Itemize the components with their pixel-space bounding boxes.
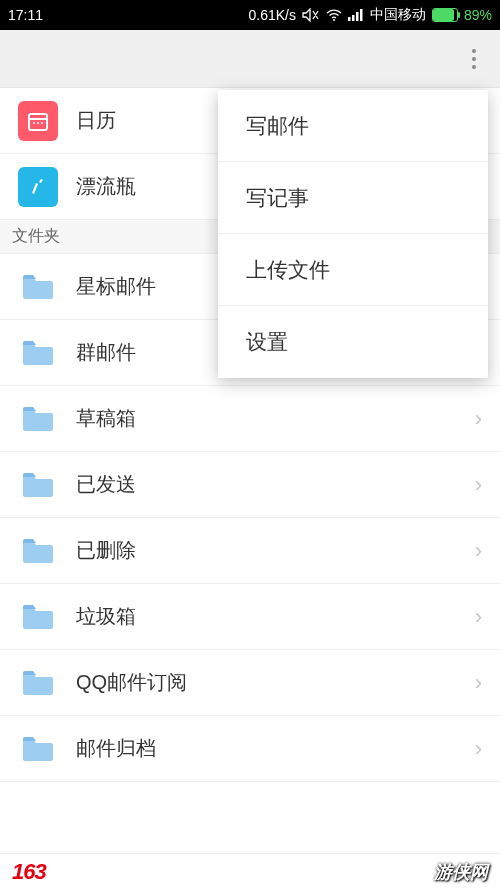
bottom-bar: 163 游侠网 — [0, 853, 500, 889]
svg-rect-3 — [356, 12, 359, 21]
watermark: 游侠网 — [434, 860, 488, 884]
app-header — [0, 30, 500, 88]
menu-upload[interactable]: 上传文件 — [218, 234, 488, 306]
folder-item[interactable]: 已发送› — [0, 452, 500, 518]
folder-icon — [18, 333, 58, 373]
chevron-right-icon: › — [475, 604, 482, 630]
battery-icon — [432, 8, 458, 22]
folder-item[interactable]: 垃圾箱› — [0, 584, 500, 650]
menu-note-label: 写记事 — [246, 184, 309, 212]
folder-item[interactable]: 已删除› — [0, 518, 500, 584]
folder-label: QQ邮件订阅 — [76, 669, 475, 696]
svg-point-0 — [333, 19, 335, 21]
chevron-right-icon: › — [475, 406, 482, 432]
menu-note[interactable]: 写记事 — [218, 162, 488, 234]
status-carrier: 中国移动 — [370, 6, 426, 24]
svg-point-8 — [37, 122, 39, 124]
chevron-right-icon: › — [475, 670, 482, 696]
brand-logo: 163 — [12, 859, 46, 885]
menu-compose-label: 写邮件 — [246, 112, 309, 140]
folder-label: 邮件归档 — [76, 735, 475, 762]
folder-icon — [18, 597, 58, 637]
svg-point-7 — [33, 122, 35, 124]
folder-icon — [18, 663, 58, 703]
folder-icon — [18, 465, 58, 505]
folder-label: 垃圾箱 — [76, 603, 475, 630]
bottle-icon — [18, 167, 58, 207]
status-time: 17:11 — [8, 7, 43, 23]
status-bar: 17:11 0.61K/s 中国移动 89% — [0, 0, 500, 30]
menu-upload-label: 上传文件 — [246, 256, 330, 284]
svg-rect-4 — [360, 9, 363, 21]
svg-point-9 — [41, 122, 43, 124]
folder-item[interactable]: 邮件归档› — [0, 716, 500, 782]
signal-icon — [348, 9, 364, 21]
dropdown-menu: 写邮件 写记事 上传文件 设置 — [218, 90, 488, 378]
mute-icon — [302, 8, 320, 22]
folder-item[interactable]: 草稿箱› — [0, 386, 500, 452]
folder-icon — [18, 399, 58, 439]
folder-item[interactable]: QQ邮件订阅› — [0, 650, 500, 716]
folder-icon — [18, 267, 58, 307]
calendar-icon — [18, 101, 58, 141]
folder-label: 已发送 — [76, 471, 475, 498]
svg-rect-2 — [352, 15, 355, 21]
more-button[interactable] — [462, 47, 486, 71]
menu-compose[interactable]: 写邮件 — [218, 90, 488, 162]
wifi-icon — [326, 9, 342, 21]
svg-rect-1 — [348, 17, 351, 21]
menu-settings[interactable]: 设置 — [218, 306, 488, 378]
folder-icon — [18, 531, 58, 571]
chevron-right-icon: › — [475, 538, 482, 564]
folder-label: 已删除 — [76, 537, 475, 564]
folder-icon — [18, 729, 58, 769]
menu-settings-label: 设置 — [246, 328, 288, 356]
status-battery: 89% — [464, 7, 492, 23]
folder-label: 草稿箱 — [76, 405, 475, 432]
chevron-right-icon: › — [475, 736, 482, 762]
status-speed: 0.61K/s — [248, 7, 295, 23]
chevron-right-icon: › — [475, 472, 482, 498]
